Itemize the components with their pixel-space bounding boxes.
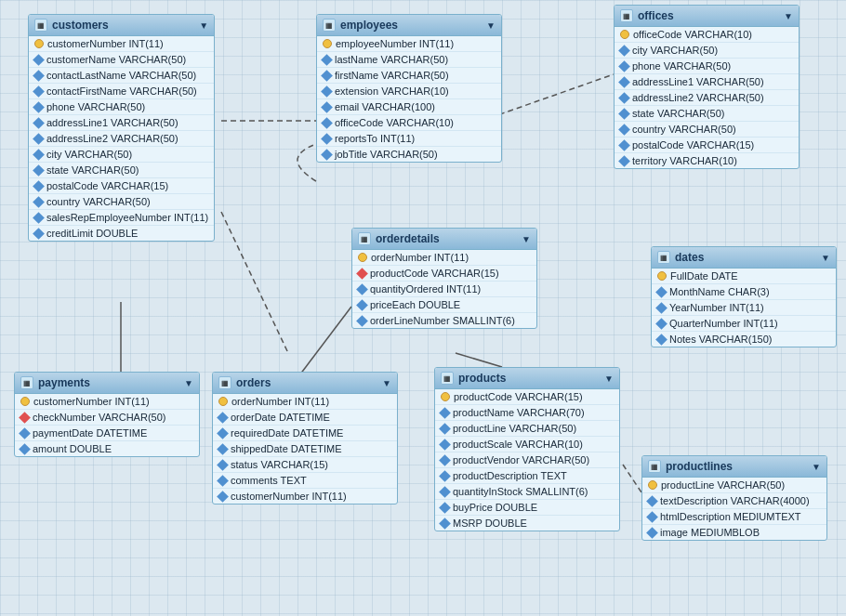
field-label: city VARCHAR(50) <box>632 45 718 56</box>
table-orderdetails[interactable]: ▦orderdetails▼orderNumber INT(11)product… <box>351 228 537 329</box>
field-label: firstName VARCHAR(50) <box>335 70 449 81</box>
table-payments[interactable]: ▦payments▼customerNumber INT(11)checkNum… <box>14 372 200 457</box>
table-row: MonthName CHAR(3) <box>652 284 836 300</box>
field-diamond-icon <box>33 180 45 192</box>
table-header-productlines[interactable]: ▦productlines▼ <box>642 456 826 478</box>
table-icon: ▦ <box>34 19 47 32</box>
table-row: orderNumber INT(11) <box>352 250 536 266</box>
field-label: phone VARCHAR(50) <box>632 60 731 72</box>
field-diamond-icon <box>217 412 229 424</box>
field-diamond-icon <box>646 495 658 507</box>
table-header-dates[interactable]: ▦dates▼ <box>652 247 836 269</box>
table-title: offices <box>638 9 779 22</box>
pk-icon <box>620 30 629 39</box>
table-row: QuarterNumber INT(11) <box>652 316 836 332</box>
table-customers[interactable]: ▦customers▼customerNumber INT(11)custome… <box>28 14 215 242</box>
pk-icon <box>218 397 228 406</box>
table-collapse-arrow[interactable]: ▼ <box>382 378 391 388</box>
field-diamond-icon <box>439 486 451 498</box>
field-diamond-icon <box>19 427 31 439</box>
table-offices[interactable]: ▦offices▼officeCode VARCHAR(10)city VARC… <box>614 5 800 169</box>
table-collapse-arrow[interactable]: ▼ <box>184 378 193 388</box>
pk-icon <box>323 39 332 48</box>
field-diamond-icon <box>655 334 668 346</box>
table-row: productName VARCHAR(70) <box>435 405 619 421</box>
field-diamond-icon <box>618 45 630 57</box>
field-diamond-icon <box>33 70 45 82</box>
table-row: image MEDIUMBLOB <box>642 525 826 540</box>
table-row: creditLimit DOUBLE <box>29 226 214 241</box>
field-label: reportsTo INT(11) <box>335 133 415 144</box>
table-collapse-arrow[interactable]: ▼ <box>199 20 208 31</box>
table-collapse-arrow[interactable]: ▼ <box>604 374 614 384</box>
table-row: buyPrice DOUBLE <box>435 500 619 516</box>
table-row: jobTitle VARCHAR(50) <box>317 147 501 162</box>
field-diamond-icon <box>33 133 45 145</box>
table-collapse-arrow[interactable]: ▼ <box>784 11 793 21</box>
field-diamond-icon <box>618 124 630 136</box>
table-productlines[interactable]: ▦productlines▼productLine VARCHAR(50)tex… <box>641 455 827 541</box>
table-collapse-arrow[interactable]: ▼ <box>812 462 821 472</box>
field-label: addressLine1 VARCHAR(50) <box>632 76 764 87</box>
field-label: productLine VARCHAR(50) <box>453 423 576 434</box>
pk-icon <box>34 39 44 48</box>
field-diamond-icon <box>439 423 451 435</box>
field-label: MonthName CHAR(3) <box>669 286 770 297</box>
table-header-orders[interactable]: ▦orders▼ <box>213 373 397 394</box>
table-employees[interactable]: ▦employees▼employeeNumber INT(11)lastNam… <box>316 14 502 163</box>
table-icon: ▦ <box>323 19 336 32</box>
field-label: YearNumber INT(11) <box>669 302 764 313</box>
table-row: customerNumber INT(11) <box>29 36 214 52</box>
table-row: email VARCHAR(100) <box>317 99 501 115</box>
table-row: employeeNumber INT(11) <box>317 36 501 52</box>
table-collapse-arrow[interactable]: ▼ <box>821 253 830 263</box>
table-collapse-arrow[interactable]: ▼ <box>486 20 496 31</box>
table-header-employees[interactable]: ▦employees▼ <box>317 15 501 36</box>
table-row: officeCode VARCHAR(10) <box>317 115 501 131</box>
table-products[interactable]: ▦products▼productCode VARCHAR(15)product… <box>434 367 620 531</box>
field-label: customerNumber INT(11) <box>47 38 164 49</box>
field-label: contactLastName VARCHAR(50) <box>46 70 196 81</box>
field-diamond-icon <box>356 315 368 327</box>
field-label: amount DOUBLE <box>33 443 112 454</box>
table-header-payments[interactable]: ▦payments▼ <box>15 373 199 394</box>
table-row: productLine VARCHAR(50) <box>642 478 826 493</box>
field-diamond-icon <box>33 212 45 224</box>
table-header-customers[interactable]: ▦customers▼ <box>29 15 214 36</box>
table-row: productVendor VARCHAR(50) <box>435 452 619 468</box>
table-icon: ▦ <box>218 376 231 389</box>
table-title: products <box>458 372 600 385</box>
svg-line-6 <box>623 465 641 492</box>
table-row: productDescription TEXT <box>435 468 619 484</box>
field-label: email VARCHAR(100) <box>335 101 435 112</box>
table-header-orderdetails[interactable]: ▦orderdetails▼ <box>352 229 536 250</box>
field-diamond-icon <box>321 149 333 161</box>
field-diamond-icon <box>321 54 333 66</box>
table-collapse-arrow[interactable]: ▼ <box>522 234 531 244</box>
table-dates[interactable]: ▦dates▼FullDate DATEMonthName CHAR(3)Yea… <box>651 246 837 347</box>
field-label: image MEDIUMBLOB <box>660 527 760 538</box>
table-row: productCode VARCHAR(15) <box>352 266 536 282</box>
table-orders[interactable]: ▦orders▼orderNumber INT(11)orderDate DAT… <box>212 372 398 505</box>
table-row: reportsTo INT(11) <box>317 131 501 147</box>
field-diamond-icon <box>646 511 658 523</box>
table-row: addressLine1 VARCHAR(50) <box>615 74 799 90</box>
table-header-offices[interactable]: ▦offices▼ <box>615 6 799 27</box>
table-header-products[interactable]: ▦products▼ <box>435 368 619 389</box>
pk-icon <box>657 271 667 281</box>
table-title: payments <box>38 376 179 389</box>
table-row: state VARCHAR(50) <box>615 106 799 122</box>
table-row: orderLineNumber SMALLINT(6) <box>352 313 536 328</box>
table-row: contactFirstName VARCHAR(50) <box>29 84 214 99</box>
table-row: Notes VARCHAR(150) <box>652 332 836 347</box>
field-label: customerNumber INT(11) <box>33 396 150 407</box>
field-label: officeCode VARCHAR(10) <box>335 117 454 128</box>
table-icon: ▦ <box>20 376 33 389</box>
field-label: addressLine2 VARCHAR(50) <box>46 133 178 144</box>
field-label: contactFirstName VARCHAR(50) <box>46 85 197 97</box>
field-diamond-icon <box>33 228 45 240</box>
field-diamond-icon <box>321 117 333 129</box>
table-row: contactLastName VARCHAR(50) <box>29 68 214 84</box>
field-label: postalCode VARCHAR(15) <box>46 180 168 191</box>
field-diamond-icon <box>439 439 451 451</box>
